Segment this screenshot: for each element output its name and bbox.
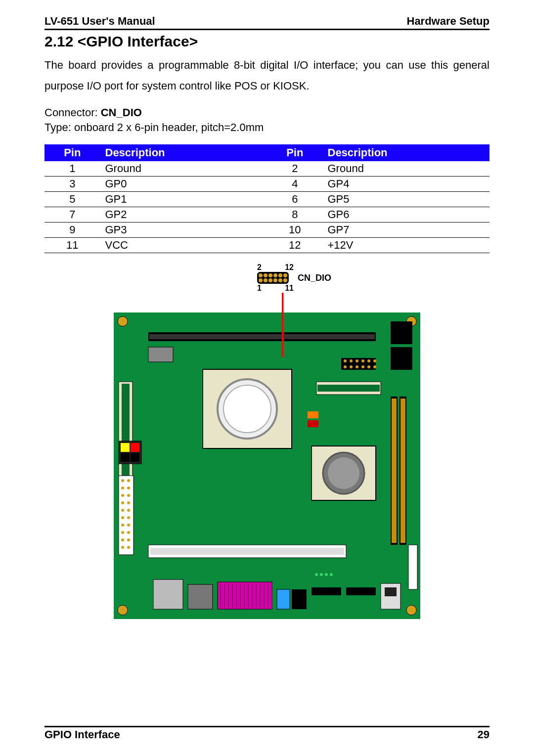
- table-row: 7GP28GP6: [44, 207, 490, 222]
- connector-callout: 212 CN_DIO 111: [257, 263, 331, 293]
- svg-rect-86: [312, 587, 341, 595]
- svg-point-57: [121, 538, 124, 541]
- svg-point-43: [121, 487, 124, 489]
- pin-2-label: 2: [257, 263, 262, 272]
- svg-rect-32: [308, 420, 318, 427]
- cn-dio-label: CN_DIO: [298, 273, 331, 283]
- svg-rect-89: [385, 587, 397, 596]
- svg-point-91: [320, 573, 323, 576]
- table-row: 5GP16GP5: [44, 192, 490, 207]
- th-pin: Pin: [267, 144, 323, 161]
- svg-point-18: [350, 365, 353, 368]
- svg-point-42: [127, 479, 130, 482]
- svg-point-3: [118, 605, 128, 615]
- svg-point-21: [367, 365, 370, 368]
- svg-point-54: [127, 524, 130, 527]
- svg-point-58: [127, 538, 130, 541]
- svg-point-44: [127, 487, 130, 489]
- svg-point-60: [127, 546, 130, 549]
- svg-point-90: [315, 573, 318, 576]
- footer-left: GPIO Interface: [44, 728, 120, 741]
- header-pins-icon: [257, 272, 289, 284]
- table-row: 11VCC12+12V: [44, 238, 490, 253]
- svg-rect-10: [341, 358, 376, 370]
- svg-rect-9: [148, 347, 173, 362]
- svg-rect-6: [149, 334, 375, 339]
- table-row: 1Ground2Ground: [44, 161, 490, 177]
- section-title: 2.12 <GPIO Interface>: [44, 33, 490, 50]
- footer-right: 29: [478, 728, 490, 741]
- svg-rect-85: [292, 589, 307, 609]
- svg-rect-36: [121, 443, 130, 452]
- svg-point-92: [325, 573, 328, 576]
- table-row: 9GP310GP7: [44, 222, 490, 238]
- svg-point-17: [344, 365, 347, 368]
- svg-rect-63: [392, 399, 397, 543]
- page-footer: GPIO Interface 29: [44, 726, 490, 741]
- page-header: LV-651 User's Manual Hardware Setup: [44, 15, 490, 30]
- th-desc: Description: [323, 144, 490, 161]
- svg-point-15: [367, 359, 370, 362]
- connector-name: CN_DIO: [101, 106, 142, 119]
- connector-type: Type: onboard 2 x 6-pin header, pitch=2.…: [44, 120, 490, 135]
- svg-point-49: [121, 509, 124, 512]
- svg-point-55: [121, 531, 124, 534]
- diagram-area: 212 CN_DIO 111: [44, 268, 490, 619]
- svg-rect-8: [391, 347, 412, 370]
- svg-rect-30: [317, 385, 380, 392]
- svg-point-48: [127, 501, 130, 504]
- svg-rect-40: [119, 476, 134, 555]
- svg-point-51: [121, 516, 124, 519]
- header-right: Hardware Setup: [407, 15, 490, 28]
- svg-point-16: [373, 359, 376, 362]
- section-paragraph: The board provides a programmable 8-bit …: [44, 55, 490, 96]
- svg-point-14: [361, 359, 364, 362]
- svg-point-19: [356, 365, 358, 368]
- svg-point-52: [127, 516, 130, 519]
- svg-rect-7: [391, 321, 412, 344]
- svg-point-12: [350, 359, 353, 362]
- svg-point-46: [127, 494, 130, 497]
- board-diagram: [114, 312, 420, 619]
- svg-point-1: [118, 316, 128, 326]
- th-pin: Pin: [44, 144, 100, 161]
- svg-point-45: [121, 494, 124, 497]
- svg-point-22: [373, 365, 376, 368]
- pin-1-label: 1: [257, 284, 262, 293]
- pin-11-label: 11: [285, 284, 294, 293]
- svg-point-50: [127, 509, 130, 512]
- svg-point-59: [121, 546, 124, 549]
- svg-point-41: [121, 479, 124, 482]
- pin-table: Pin Description Pin Description 1Ground2…: [44, 144, 490, 253]
- svg-rect-67: [150, 548, 344, 555]
- svg-point-56: [127, 531, 130, 534]
- th-desc: Description: [100, 144, 267, 161]
- svg-point-20: [361, 365, 364, 368]
- connector-label: Connector:: [44, 106, 101, 119]
- svg-rect-87: [346, 587, 376, 595]
- svg-rect-84: [277, 589, 290, 609]
- svg-point-47: [121, 501, 124, 504]
- svg-rect-38: [121, 453, 130, 462]
- svg-point-28: [328, 457, 359, 489]
- connector-line: Connector: CN_DIO: [44, 105, 490, 121]
- svg-point-4: [406, 605, 416, 615]
- svg-point-53: [121, 524, 124, 527]
- pin-12-label: 12: [285, 263, 294, 272]
- table-row: 3GP04GP4: [44, 177, 490, 192]
- svg-rect-68: [153, 579, 183, 609]
- svg-rect-37: [131, 443, 139, 452]
- svg-rect-64: [400, 399, 405, 543]
- svg-point-11: [344, 359, 347, 362]
- svg-point-25: [223, 385, 271, 433]
- svg-point-93: [330, 573, 333, 576]
- svg-rect-69: [188, 584, 213, 609]
- header-left: LV-651 User's Manual: [44, 15, 155, 28]
- svg-rect-39: [131, 453, 139, 462]
- svg-rect-65: [408, 545, 417, 589]
- svg-rect-31: [308, 411, 318, 418]
- callout-pointer: [282, 293, 283, 357]
- svg-point-13: [356, 359, 358, 362]
